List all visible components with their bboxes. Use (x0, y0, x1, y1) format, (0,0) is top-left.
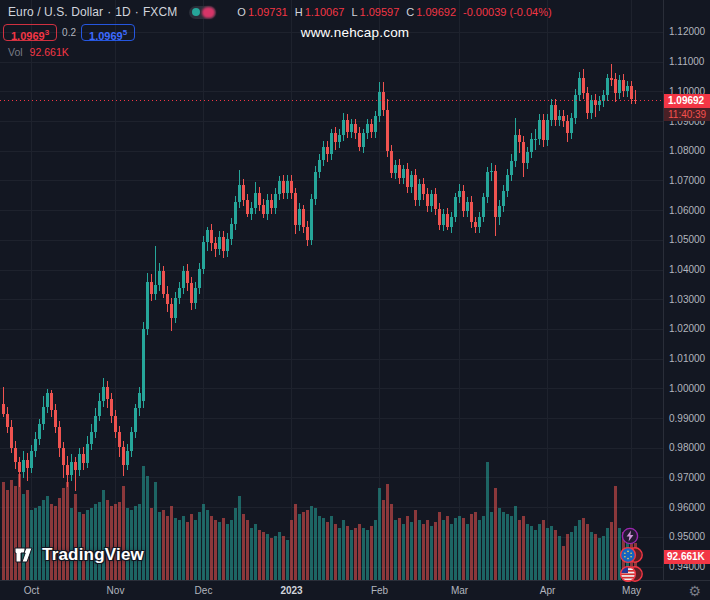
gear-icon[interactable]: ⚙ (688, 583, 701, 599)
candle-body (398, 165, 401, 178)
volume-bar (462, 518, 465, 580)
volume-bar (398, 518, 401, 580)
candle-body (542, 120, 545, 140)
time-tick-label: May (622, 585, 641, 596)
candle-body (30, 451, 33, 467)
eur-flag-icon[interactable] (618, 546, 644, 564)
time-tick-label: Apr (540, 585, 556, 596)
candle-body (250, 208, 253, 214)
trading-panel-toggle[interactable] (189, 6, 216, 19)
candle-body (502, 191, 505, 206)
candle-body (150, 282, 153, 294)
volume-bar (282, 536, 285, 580)
price-tick-label: 0.95000 (664, 531, 710, 543)
price-tick-label: 1.00000 (664, 383, 710, 395)
volume-bar (2, 482, 5, 580)
bar-countdown: 11:40:39 (664, 108, 710, 121)
candle-body (550, 105, 553, 120)
candle-body (298, 209, 301, 225)
usd-flag-icon[interactable] (618, 565, 644, 583)
lightning-icon[interactable] (618, 527, 644, 545)
candle-body (226, 239, 229, 251)
time-tick-label: Nov (107, 585, 125, 596)
symbol-name[interactable]: Euro / U.S. Dollar (8, 5, 103, 19)
candle-body (118, 432, 121, 447)
candle-body (154, 285, 157, 294)
volume-bar (394, 520, 397, 580)
candle-body (534, 139, 537, 140)
volume-bar (450, 524, 453, 580)
volume-bar (466, 524, 469, 580)
candle-body (146, 282, 149, 330)
candle-body (222, 237, 225, 250)
candle-body (614, 79, 617, 93)
sell-bid-button[interactable]: 1.09693 (3, 24, 57, 41)
ohlc-readout: O 1.09731 H 1.10067 L 1.09597 C 1.09692 … (230, 6, 551, 18)
candle-body (126, 451, 129, 464)
volume-bar (582, 518, 585, 580)
volume-bar (338, 528, 341, 580)
volume-bar (250, 528, 253, 580)
candle-body (110, 399, 113, 415)
candle-body (318, 160, 321, 172)
volume-bar (298, 514, 301, 580)
candle-body (90, 432, 93, 444)
candle-body (350, 124, 353, 131)
volume-bar (434, 522, 437, 580)
candle-body (294, 193, 297, 226)
volume-bar (254, 524, 257, 580)
price-tick-label: 0.96000 (664, 502, 710, 514)
candle-body (374, 116, 377, 132)
volume-bar (258, 530, 261, 580)
price-chart-canvas[interactable] (0, 0, 710, 600)
candle-body (402, 169, 405, 178)
volume-bar (62, 488, 65, 580)
buy-ask-button[interactable]: 1.09695 (81, 24, 135, 41)
volume-bar (326, 522, 329, 580)
candle-body (234, 202, 237, 224)
candle-body (598, 101, 601, 105)
candle-body (66, 465, 69, 475)
price-tick-label: 0.97000 (664, 472, 710, 484)
time-tick-label: Feb (371, 585, 388, 596)
volume-bar (418, 520, 421, 580)
candle-body (238, 185, 241, 201)
price-axis[interactable]: 1.09692 11:40:39 92.661K 1.120001.110001… (663, 0, 710, 580)
candle-body (134, 408, 137, 432)
time-axis[interactable]: ⚙ OctNovDec2023FebMarAprMay (0, 580, 710, 600)
volume-value: 92.661K (30, 46, 69, 58)
candle-body (462, 191, 465, 210)
volume-bar (410, 522, 413, 580)
volume-bar (174, 518, 177, 580)
volume-bar (438, 512, 441, 580)
volume-bar (182, 516, 185, 580)
volume-bar (486, 462, 489, 580)
candle-body (546, 120, 549, 140)
volume-bar (426, 520, 429, 580)
candle-body (578, 78, 581, 95)
candle-body (10, 427, 13, 448)
volume-bar (154, 482, 157, 580)
candle-body (290, 181, 293, 193)
close-value: 1.09692 (416, 6, 456, 18)
volume-bar (386, 484, 389, 580)
volume-bar (370, 526, 373, 580)
candle-body (286, 181, 289, 193)
volume-bar (42, 500, 45, 580)
volume-bar (598, 538, 601, 580)
volume-bar (414, 510, 417, 580)
tradingview-logo[interactable]: TradingView (13, 544, 144, 566)
candle-body (582, 78, 585, 93)
volume-bar (246, 520, 249, 580)
price-tick-label: 1.02000 (664, 323, 710, 335)
volume-bar (278, 532, 281, 580)
open-value: 1.09731 (248, 6, 288, 18)
symbol-title[interactable]: Euro / U.S. Dollar · 1D · FXCM (8, 5, 177, 19)
interval-label[interactable]: 1D (115, 5, 131, 19)
volume-bar (234, 508, 237, 580)
candle-body (606, 78, 609, 95)
instrument-icons (618, 527, 648, 583)
candle-body (358, 133, 361, 146)
volume-bar (318, 516, 321, 580)
volume-bar (522, 516, 525, 580)
